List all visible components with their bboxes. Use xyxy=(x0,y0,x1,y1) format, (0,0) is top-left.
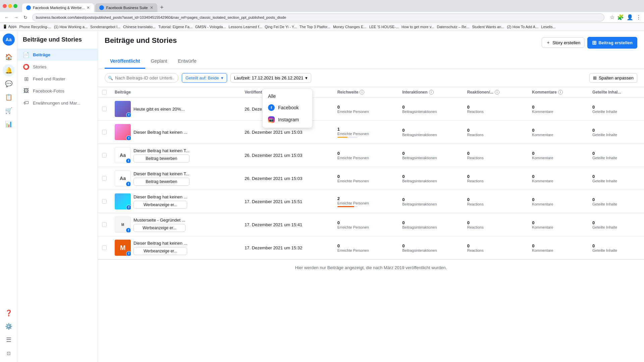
browser-tab-inactive[interactable]: Facebook Business Suite ✕ xyxy=(95,3,157,12)
col-kommentare: Kommentare i xyxy=(528,87,588,98)
nav-shop-icon[interactable]: 🛒 xyxy=(3,105,15,117)
bookmark-star-icon[interactable]: ☆ xyxy=(610,14,614,20)
sidebar-label-beitraege: Beiträge xyxy=(33,52,50,57)
row-checkbox-4[interactable] xyxy=(102,176,107,181)
sidebar-item-beitraege[interactable]: 📄 Beiträge xyxy=(17,49,98,61)
tab-label: Facebook Marketing & Werbe... xyxy=(33,6,85,10)
sidebar-item-feed[interactable]: ⊞ Feed und Raster xyxy=(17,73,98,85)
nav-help-icon[interactable]: ❓ xyxy=(3,307,15,319)
forward-btn[interactable]: → xyxy=(12,13,20,21)
tab-entwerfe[interactable]: Entwürfe xyxy=(173,54,202,69)
nav-menu-icon[interactable]: ☰ xyxy=(3,334,15,346)
new-tab-btn[interactable]: + xyxy=(157,3,167,12)
bookmark-12[interactable]: How to get more v... xyxy=(401,25,434,29)
action-btn-4[interactable]: Beitrag bewerben xyxy=(133,178,190,186)
row-checkbox-7[interactable] xyxy=(102,245,107,250)
bookmark-8[interactable]: Qing Fei De Yi - Y... xyxy=(265,25,297,29)
sidebar-item-stories[interactable]: ⭕ Stories xyxy=(17,61,98,73)
bookmark-14[interactable]: Student Wants an... xyxy=(472,25,504,29)
post-title-6: Musterseite - Gegründet ... xyxy=(133,218,185,223)
search-input[interactable] xyxy=(105,73,178,83)
dropdown-item-alle[interactable]: Alle xyxy=(263,91,312,102)
row-checkbox-1[interactable] xyxy=(102,107,107,111)
action-btn-3[interactable]: Beitrag bewerben xyxy=(133,155,190,163)
bookmark-2[interactable]: (1) How Working a... xyxy=(54,25,88,29)
browser-tab-active[interactable]: Facebook Marketing & Werbe... ✕ xyxy=(22,3,94,12)
sidebar-item-erwahnungen[interactable]: 🏷 Erwähnungen und Mar... xyxy=(17,97,98,109)
tab-label-2: Facebook Business Suite xyxy=(106,6,148,10)
bookmark-5[interactable]: Tutorial: Eigene Fa... xyxy=(158,25,193,29)
url-input[interactable]: business.facebook.com/latest/posts/publi… xyxy=(32,13,604,21)
dropdown-geteilt-btn[interactable]: Geteilt auf: Beide ▾ xyxy=(182,73,227,83)
extensions-icon[interactable]: 🧩 xyxy=(617,14,624,20)
post-create-btn[interactable]: ⊞ Beitrag erstellen xyxy=(587,37,637,49)
address-bar: ← → ↻ business.facebook.com/latest/posts… xyxy=(0,12,644,23)
search-icon: 🔍 xyxy=(108,76,113,80)
post-cell-3: Aa f Dieser Beitrag hat keinen T... Beit… xyxy=(115,147,236,163)
bookmark-6[interactable]: GMSN - Vologda... xyxy=(195,25,226,29)
bookmark-11[interactable]: LEE 'S HOUSE-... xyxy=(369,25,399,29)
bookmark-10[interactable]: Money Changes E... xyxy=(333,25,367,29)
select-all-checkbox[interactable] xyxy=(102,90,107,95)
nav-chat-icon[interactable]: 💬 xyxy=(3,78,15,90)
bookmark-3[interactable]: Sonderangebot l... xyxy=(90,25,120,29)
bookmark-7[interactable]: Lessons Learned f... xyxy=(229,25,262,29)
post-cell-6: M f Musterseite - Gegründet ... Werbeanz… xyxy=(115,217,236,233)
back-btn[interactable]: ← xyxy=(3,13,11,21)
tab-close-btn[interactable]: ✕ xyxy=(87,5,90,10)
post-thumb-1: f xyxy=(115,101,131,117)
tab-geplant[interactable]: Geplant xyxy=(145,54,172,69)
row-checkbox-5[interactable] xyxy=(102,199,107,204)
reichweite-info-icon[interactable]: i xyxy=(360,90,364,95)
nav-home-icon[interactable]: 🏠 xyxy=(3,51,15,63)
nav-toggle-sidebar-icon[interactable]: ⊡ xyxy=(3,347,15,359)
reaktionen-info-icon[interactable]: i xyxy=(495,90,499,95)
bookmark-16[interactable]: Leselis... xyxy=(541,25,555,29)
row-checkbox-6[interactable] xyxy=(102,222,107,227)
table-row: f Dieser Beitrag hat keinen ... Werbeanz… xyxy=(98,190,644,213)
story-create-btn[interactable]: ＋ Story erstellen xyxy=(542,37,585,48)
sidebar-label-fotos: Facebook-Fotos xyxy=(33,88,64,94)
sidebar-label-erwahnungen: Erwähnungen und Mar... xyxy=(33,101,80,106)
row-checkbox-3[interactable] xyxy=(102,153,107,158)
col-geteilt: Geteilte Inhal... xyxy=(588,87,644,98)
row-checkbox-2[interactable] xyxy=(102,130,107,134)
footer-note: Hier werden nur Beiträge angezeigt, die … xyxy=(98,259,644,276)
nav-posts-icon[interactable]: 📋 xyxy=(3,91,15,103)
dropdown-laufzeit-btn[interactable]: Laufzeit: 17.12.2021 bis 26.12.2021 ▾ xyxy=(230,73,312,83)
fb-badge-2: f xyxy=(126,135,131,140)
tab-veroeffentlicht[interactable]: Veröffentlicht xyxy=(105,54,145,69)
erwahnungen-icon: 🏷 xyxy=(23,100,30,106)
tab-close-btn-2[interactable]: ✕ xyxy=(150,5,153,10)
kommentare-info-icon[interactable]: i xyxy=(558,90,563,95)
action-btn-5[interactable]: Werbeanzeige er... xyxy=(133,201,187,209)
fb-badge-6: f xyxy=(126,228,131,233)
profile-icon[interactable]: 👤 xyxy=(627,14,633,20)
menu-dots-icon[interactable]: ⋮ xyxy=(636,14,641,20)
geteilt-1: 0 Geteilte Inhalte xyxy=(588,98,644,121)
main-sidebar: Beiträge und Stories 📄 Beiträge ⭕ Storie… xyxy=(17,31,98,362)
table-row: f Dieser Beitrag hat keinen ... 26. Deze… xyxy=(98,121,644,144)
action-btn-7[interactable]: Werbeanzeige er... xyxy=(133,247,187,255)
bookmark-15[interactable]: (2) How To Add A... xyxy=(507,25,538,29)
nav-avatar[interactable]: Aa xyxy=(3,34,15,46)
columns-btn[interactable]: ⊞ Spalten anpassen xyxy=(589,73,637,83)
bookmark-1[interactable]: Phone Recycling-... xyxy=(19,25,51,29)
tab-favicon-2 xyxy=(99,5,104,10)
apps-shortcut[interactable]: 📱 Apps xyxy=(3,24,17,29)
bookmark-9[interactable]: The Top 3 Platfor... xyxy=(300,25,330,29)
interaktionen-info-icon[interactable]: i xyxy=(429,90,434,95)
action-btn-6[interactable]: Werbeanzeige er... xyxy=(133,224,185,232)
dropdown-item-instagram[interactable]: 📷 Instagram xyxy=(263,114,312,126)
post-title-7: Dieser Beitrag hat keinen ... xyxy=(133,241,187,246)
laufzeit-chevron-icon: ▾ xyxy=(305,75,308,80)
bookmark-4[interactable]: Chinese translatio... xyxy=(123,25,156,29)
nav-settings-icon[interactable]: ⚙️ xyxy=(3,320,15,333)
bookmark-13[interactable]: Datenschutz – Re... xyxy=(437,25,470,29)
search-wrapper: 🔍 xyxy=(105,73,178,83)
nav-analytics-icon[interactable]: 📊 xyxy=(3,118,15,130)
refresh-btn[interactable]: ↻ xyxy=(21,13,30,21)
sidebar-item-fotos[interactable]: 🖼 Facebook-Fotos xyxy=(17,85,98,97)
dropdown-item-facebook[interactable]: f Facebook xyxy=(263,102,312,114)
nav-alert-icon[interactable]: 🔔 xyxy=(3,64,15,76)
